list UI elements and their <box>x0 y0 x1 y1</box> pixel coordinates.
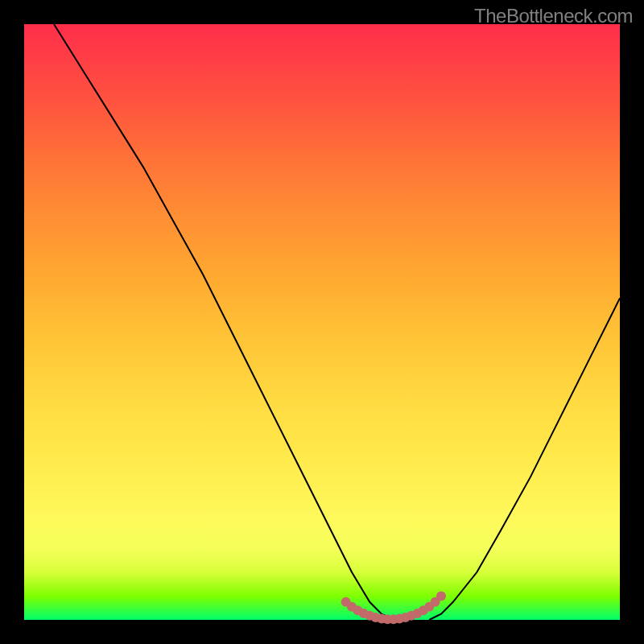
watermark-text: TheBottleneck.com <box>474 5 633 27</box>
chart-curves-svg <box>24 24 620 620</box>
chart-plot-area <box>24 24 620 620</box>
right-curve <box>429 298 620 620</box>
scatter-point <box>436 591 446 601</box>
left-curve <box>54 24 394 620</box>
